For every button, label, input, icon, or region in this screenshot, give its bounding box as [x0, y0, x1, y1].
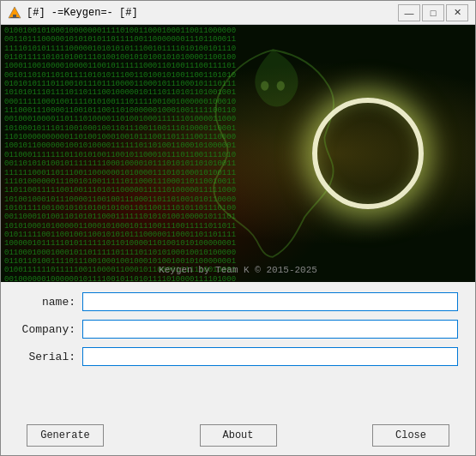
svg-rect-2: [10, 17, 19, 18]
form-area: name: Company: Serial:: [1, 282, 475, 417]
vlc-icon: [8, 6, 21, 20]
window-controls: — □ ✕: [398, 4, 468, 21]
company-input[interactable]: [82, 320, 458, 339]
maximize-button[interactable]: □: [422, 4, 444, 21]
window-title: [#] -=Keygen=- [#]: [27, 7, 398, 19]
name-input[interactable]: [82, 292, 458, 311]
generate-button[interactable]: Generate: [27, 424, 104, 447]
banner-image: 0100100101000100000001111010011000100011…: [1, 25, 475, 282]
about-button[interactable]: About: [200, 424, 277, 447]
name-row: name:: [18, 292, 458, 311]
minimize-button[interactable]: —: [398, 4, 420, 21]
watermark-text: Keygen by Team K © 2015-2025: [159, 265, 317, 275]
serial-row: Serial:: [18, 347, 458, 366]
serial-label: Serial:: [18, 351, 82, 363]
svg-point-4: [276, 81, 284, 91]
svg-point-3: [261, 81, 268, 91]
company-row: Company:: [18, 320, 458, 339]
glow-circle: [312, 98, 424, 209]
window-close-button[interactable]: ✕: [446, 4, 468, 21]
button-row: Generate About Close: [1, 417, 475, 455]
serial-input[interactable]: [82, 347, 458, 366]
main-window: [#] -=Keygen=- [#] — □ ✕ 010010010100010…: [0, 0, 476, 456]
title-bar: [#] -=Keygen=- [#] — □ ✕: [1, 1, 475, 25]
close-button[interactable]: Close: [372, 424, 449, 447]
company-label: Company:: [18, 323, 82, 336]
name-label: name:: [18, 296, 82, 309]
